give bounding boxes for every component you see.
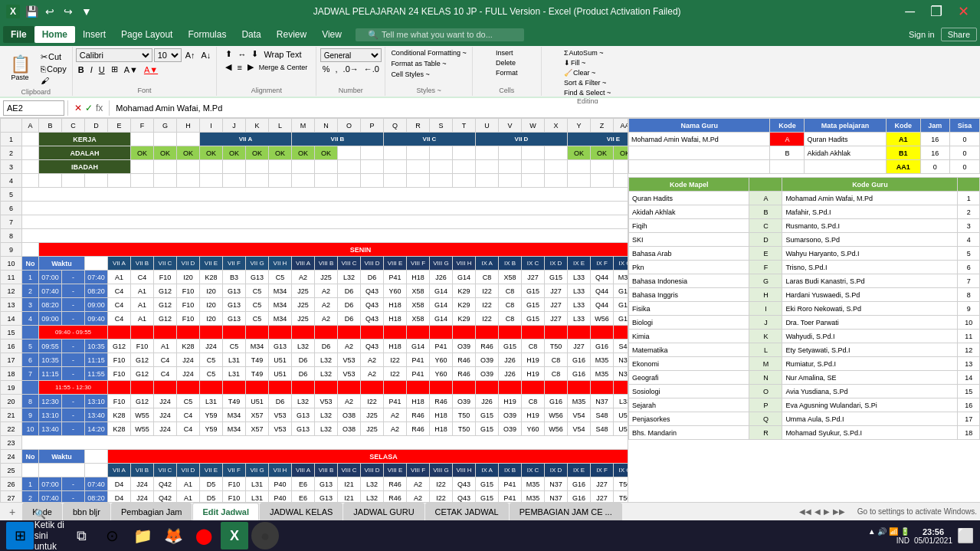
align-top-btn[interactable]: ⬆ [223,48,234,60]
col-s[interactable]: S [430,119,453,133]
task-view-btn[interactable]: ⧉ [67,522,95,549]
undo-icon[interactable]: ↩ [43,5,57,18]
italic-btn[interactable]: I [88,64,95,75]
menu-formulas[interactable]: Formulas [180,26,234,43]
redo-icon[interactable]: ↪ [61,5,75,18]
col-a[interactable]: A [22,119,39,133]
menu-view[interactable]: View [314,26,349,43]
menu-home[interactable]: Home [34,26,75,43]
col-l[interactable]: L [269,119,292,133]
col-m[interactable]: M [292,119,315,133]
comma-btn[interactable]: , [333,64,340,74]
col-w[interactable]: W [522,119,545,133]
decrease-decimal-btn[interactable]: ←.0 [362,64,382,74]
save-icon[interactable]: 💾 [25,5,38,18]
col-g[interactable]: G [154,119,177,133]
copy-btn[interactable]: ⎘ Copy [38,64,69,74]
menu-review[interactable]: Review [269,26,314,43]
fill-btn[interactable]: ⬇ Fill ~ [562,58,613,67]
col-e[interactable]: E [108,119,131,133]
decrease-font-btn[interactable]: A↓ [199,50,214,61]
font-name-select[interactable]: Calibri [76,48,152,62]
col-b[interactable]: B [39,119,62,133]
col-p[interactable]: P [361,119,384,133]
other-btn[interactable]: ● [251,522,279,549]
col-n[interactable]: N [315,119,338,133]
formula-input[interactable] [113,103,977,113]
enter-formula-icon[interactable]: ✓ [85,103,93,113]
delete-cells-btn[interactable]: Delete [493,58,520,67]
menu-insert[interactable]: Insert [75,26,113,43]
col-o[interactable]: O [338,119,361,133]
customize-icon[interactable]: ▼ [80,5,93,18]
add-sheet-btn[interactable]: + [3,503,21,520]
fill-color-btn[interactable]: A▼ [122,64,140,75]
increase-decimal-btn[interactable]: .0→ [341,64,361,74]
name-box[interactable] [3,100,64,116]
share-btn[interactable]: Share [941,28,977,41]
minimize-btn[interactable]: ─ [900,2,919,21]
autosum-btn[interactable]: Σ AutoSum ~ [562,48,613,57]
font-size-select[interactable]: 10 [154,48,182,62]
clear-btn[interactable]: 🧹 Clear ~ [562,68,613,77]
col-t[interactable]: T [453,119,476,133]
menu-file[interactable]: File [3,26,34,43]
sheet-tab-pembagian-jam[interactable]: Pembagian Jam [111,503,192,520]
align-right-btn[interactable]: ▶ [245,61,256,73]
bold-btn[interactable]: B [76,64,87,75]
align-middle-btn[interactable]: ↔ [235,48,248,60]
conditional-format-btn[interactable]: Conditional Formatting ~ [388,48,468,57]
sheet-tab-cetak-jadwal[interactable]: CETAK JADWAL [425,503,509,520]
cut-btn[interactable]: ✂ Cut [38,51,69,63]
percent-btn[interactable]: % [320,64,333,74]
insert-cells-btn[interactable]: Insert [493,48,520,57]
cancel-formula-icon[interactable]: ✕ [74,103,82,113]
col-v[interactable]: V [499,119,522,133]
col-i[interactable]: I [200,119,223,133]
sort-filter-btn[interactable]: Sort & Filter ~ [562,78,613,87]
search-btn[interactable]: 🔍 Ketik di sini untuk mencari [37,522,64,549]
sheet-tab-edit-jadwal[interactable]: Edit Jadwal [192,503,259,520]
col-q[interactable]: Q [384,119,407,133]
sheet-tab-pembagian-jam-ce-...[interactable]: PEMBAGIAN JAM CE ... [510,503,622,520]
start-btn[interactable]: ⊞ [6,522,34,549]
sheet-tab-bbn-bljr[interactable]: bbn bljr [63,503,110,520]
paste-btn[interactable]: 📋 Paste [3,48,37,88]
menu-data[interactable]: Data [234,26,268,43]
signin-btn[interactable]: Sign in [903,30,941,39]
format-painter-btn[interactable]: 🖌 [38,75,69,86]
col-r[interactable]: R [407,119,430,133]
col-c[interactable]: C [62,119,85,133]
col-z[interactable]: Z [591,119,614,133]
menu-pagelayout[interactable]: Page Layout [113,26,180,43]
col-y[interactable]: Y [568,119,591,133]
border-btn[interactable]: ⊞ [109,64,120,75]
restore-btn[interactable]: ❐ [926,2,947,21]
align-center-btn[interactable]: ≡ [234,61,244,73]
col-d[interactable]: D [85,119,108,133]
align-left-btn[interactable]: ◀ [223,61,234,73]
col-j[interactable]: J [223,119,246,133]
search-box[interactable]: 🔍 Tell me what you want to do... [356,28,524,41]
firefox-btn[interactable]: 🦊 [159,522,187,549]
find-select-btn[interactable]: Find & Select ~ [562,88,613,97]
file-explorer-btn[interactable]: 📁 [129,522,156,549]
col-u[interactable]: U [476,119,499,133]
sheet-tab-jadwal-guru[interactable]: JADWAL GURU [343,503,424,520]
chrome-btn[interactable]: ⊙ [98,522,126,549]
align-bottom-btn[interactable]: ⬇ [249,48,261,60]
circle-btn[interactable]: ⬤ [190,522,218,549]
col-aa[interactable]: AA [614,119,628,133]
format-table-btn[interactable]: Format as Table ~ [388,59,468,68]
underline-btn[interactable]: U [97,64,107,75]
wrap-text-btn[interactable]: Wrap Text [261,48,303,60]
col-f[interactable]: F [131,119,154,133]
cell-styles-btn[interactable]: Cell Styles ~ [388,70,468,79]
font-color-btn[interactable]: A▼ [142,64,160,75]
excel-taskbar-btn[interactable]: X [221,522,248,549]
close-btn[interactable]: ✕ [953,2,974,21]
increase-font-btn[interactable]: A↑ [183,50,198,61]
col-x[interactable]: X [545,119,568,133]
col-h[interactable]: H [177,119,200,133]
merge-center-btn[interactable]: Merge & Center [257,61,310,73]
